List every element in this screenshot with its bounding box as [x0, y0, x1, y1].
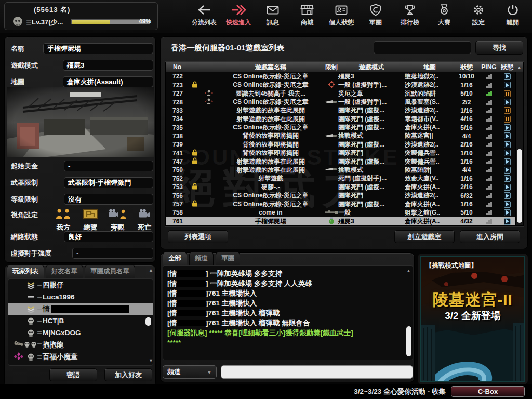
col-map[interactable]: 地圖: [405, 63, 455, 72]
room-list-title: 香港一般伺服器01-01遊戲室列表: [171, 43, 284, 53]
add-friend-button[interactable]: 加入好友: [104, 368, 152, 381]
room-row-722[interactable]: 722CS Online啟示錄-災厄之章殭屍3墮落地獄2(..10/10: [166, 72, 523, 81]
room-row-757[interactable]: 757CS Online啟示錄-災厄之章團隊死鬥 (虛擬...倉庫火拼(A..1…: [166, 200, 523, 208]
team-view-icon: [54, 208, 73, 222]
room-row-728[interactable]: 728CS Online啟示錄-災厄之章一般 (虛擬對手)...風暴要塞(S..…: [166, 98, 523, 106]
room-row-739[interactable]: 739背後的故事即將揭開團隊死鬥 (虛擬...沙漠遺跡2(..2/16: [166, 140, 523, 149]
room-row-750[interactable]: 750射擊遊戲的故事在此展開挑戰模式陵墓陷阱|4/4: [166, 166, 523, 174]
room-map: 寒霜都市(V..: [405, 115, 455, 124]
promo-banner[interactable]: 【挑戰模式地圖】 陵墓迷宮-II 3/2 全新登場: [418, 254, 528, 384]
room-no: 752: [166, 175, 189, 182]
room-list-scrollbar-thumb[interactable]: [517, 149, 522, 223]
nav-item-channel-list[interactable]: 分流列表: [189, 3, 219, 27]
room-mode: 一般 (虛擬對手)...: [338, 98, 405, 107]
nav-item-shop[interactable]: 商城: [292, 3, 322, 27]
nav-item-personal-status[interactable]: 個人狀態: [326, 3, 356, 27]
player-menu-icon: ———: [37, 307, 43, 311]
col-ping[interactable]: PING: [478, 63, 499, 71]
player-row[interactable]: ———百福小魔童: [8, 351, 153, 363]
room-row-738[interactable]: 738背後的故事即將揭開挑戰模式陵墓迷宮||4/4: [166, 132, 523, 140]
nav-item-tournament[interactable]: 大賽: [429, 3, 459, 27]
room-status: 1/10: [455, 150, 478, 157]
player-tab-1[interactable]: 好友名單: [46, 264, 83, 278]
chat-channel-select[interactable]: 頻道 ▼: [163, 365, 217, 379]
player-row[interactable]: ———HCT|B: [8, 315, 153, 327]
col-room-name[interactable]: 遊戲室名稱: [217, 63, 325, 72]
room-no: 728: [166, 99, 189, 106]
person-icon: [205, 89, 213, 98]
player-row[interactable]: ———惰: [8, 303, 153, 315]
player-list-scroll-down-icon[interactable]: ▼: [149, 358, 153, 363]
col-status[interactable]: 狀態: [455, 63, 478, 72]
room-list-scrollbar[interactable]: [515, 72, 523, 225]
room-row-727[interactable]: 727要識去到45關高手 我去...災厄之章沉默的陷阱5/10: [166, 89, 523, 98]
whisper-button[interactable]: 密語: [49, 368, 97, 381]
player-tab-0[interactable]: 玩家列表: [7, 264, 44, 278]
nav-item-settings[interactable]: 設定: [463, 3, 494, 27]
room-row-761[interactable]: 761手榴彈屍場殭屍3倉庫火拼(A..4/32: [166, 217, 523, 225]
room-mode: 殭屍3: [338, 217, 405, 226]
room-row-758[interactable]: 758come in一般狙擊之館(G..5/10: [166, 208, 523, 217]
chat-tab-0[interactable]: 全部: [163, 251, 187, 265]
ping-bars-icon: [478, 83, 499, 88]
enter-room-button[interactable]: 進入房間: [460, 230, 520, 243]
chat-scroll-up-icon[interactable]: ▲: [406, 268, 411, 273]
room-row-735[interactable]: 735CS Online啟示錄-災厄之章團隊死鬥 (虛擬...倉庫火拼(A..5…: [166, 123, 523, 131]
banner-subtitle: 3/2 全新登場: [421, 309, 524, 323]
ping-bars-icon: [478, 184, 499, 190]
room-map: 突襲傭兵營..: [405, 157, 455, 166]
chat-tab-2[interactable]: 軍團: [216, 251, 240, 265]
nav-item-rankings[interactable]: 排行榜: [395, 3, 425, 27]
room-row-756[interactable]: 756CS Online啟示錄-災厄之章團隊死鬥沙漠遺跡2(..6/32: [166, 191, 523, 200]
arrow-double-right-icon: [231, 3, 246, 17]
room-row-753[interactable]: 753硬膠-.-團隊死鬥 (虛擬...倉庫火拼(A..2/16: [166, 183, 523, 191]
banner-title: 陵墓迷宮-II: [421, 289, 524, 311]
view-settings-label: 視角設定: [11, 210, 38, 220]
nav-item-exit[interactable]: 離開: [498, 3, 528, 27]
view-option-spectate-view[interactable]: 旁觀: [107, 208, 128, 232]
room-no: 757: [166, 201, 189, 208]
player-list-scrollbar-thumb[interactable]: [145, 317, 151, 326]
view-option-overview-view[interactable]: 總覽: [79, 208, 101, 232]
col-no[interactable]: No: [166, 63, 189, 71]
room-row-741[interactable]: 741背後的故事即將揭開團隊死鬥突襲傭兵營..1/10: [166, 149, 523, 157]
chat-input[interactable]: [221, 365, 413, 379]
lock-icon: [192, 81, 198, 89]
cbox-button[interactable]: C-Box: [451, 386, 525, 397]
chat-scrollbar-thumb[interactable]: [406, 326, 411, 356]
view-option-death-view[interactable]: 死亡: [134, 208, 155, 232]
create-room-button[interactable]: 創立遊戲室: [394, 230, 455, 243]
nav-item-messages[interactable]: 訊息: [258, 3, 288, 27]
player-list-scroll-up-icon[interactable]: ▲: [149, 268, 153, 273]
nav-item-quick-join[interactable]: 快速進入: [223, 3, 254, 27]
player-row[interactable]: ———M|NGxDOG: [8, 327, 153, 339]
lock-icon: [192, 200, 198, 208]
room-row-733[interactable]: 733射擊遊戲的故事在此展開團隊死鬥 (虛擬...沙漠遺跡2(..1/16: [166, 107, 523, 115]
col-limit[interactable]: 限制: [325, 63, 338, 72]
player-tab-2[interactable]: 軍團成員名單: [85, 264, 135, 278]
censored-name-bar: [177, 290, 206, 297]
nav-item-clan[interactable]: 軍團: [361, 3, 391, 27]
ping-bars-icon: [478, 176, 499, 181]
col-mode[interactable]: 遊戲模式: [338, 63, 405, 72]
room-mode: 殭屍3: [338, 72, 405, 81]
player-row[interactable]: ———抱抱龍: [8, 339, 153, 351]
room-row-723[interactable]: 723CS Online啟示錄-災厄之章一般 (虛擬對手)...沙漠遺跡2(..…: [166, 81, 523, 89]
player-panel-tabs: 玩家列表好友名單軍團成員名單: [7, 264, 135, 278]
sort-arrow-icon[interactable]: ▲: [517, 65, 522, 70]
search-input[interactable]: [374, 41, 471, 54]
room-status: 1/16: [455, 158, 478, 165]
chat-tab-1[interactable]: 頻道: [189, 251, 214, 265]
room-table-rows: COUNTER-STRIKE 絕對武力 722CS Online啟示錄-災厄之章…: [166, 72, 523, 225]
player-row[interactable]: ———四眼仔: [8, 279, 153, 291]
view-option-team-view[interactable]: 我方: [52, 208, 74, 232]
room-row-734[interactable]: 734射擊遊戲的故事在此展開團隊死鬥 (虛擬...寒霜都市(V..4/16: [166, 115, 523, 123]
list-options-button[interactable]: 列表選項: [168, 230, 228, 243]
player-row[interactable]: ———Luca1996: [8, 291, 153, 303]
room-row-752[interactable]: 752射擊遊戲死鬥 (虛擬對手)...致命大廈(V..1/16: [166, 175, 523, 183]
room-map: 倉庫火拼(A..: [405, 200, 455, 209]
col-state[interactable]: 狀態: [499, 63, 515, 72]
search-button[interactable]: 尋找: [475, 41, 523, 55]
room-row-747[interactable]: 747射擊遊戲的故事在此展開團隊死鬥 (虛擬...突襲傭兵營..1/16: [166, 157, 523, 166]
room-no: 727: [166, 90, 189, 97]
